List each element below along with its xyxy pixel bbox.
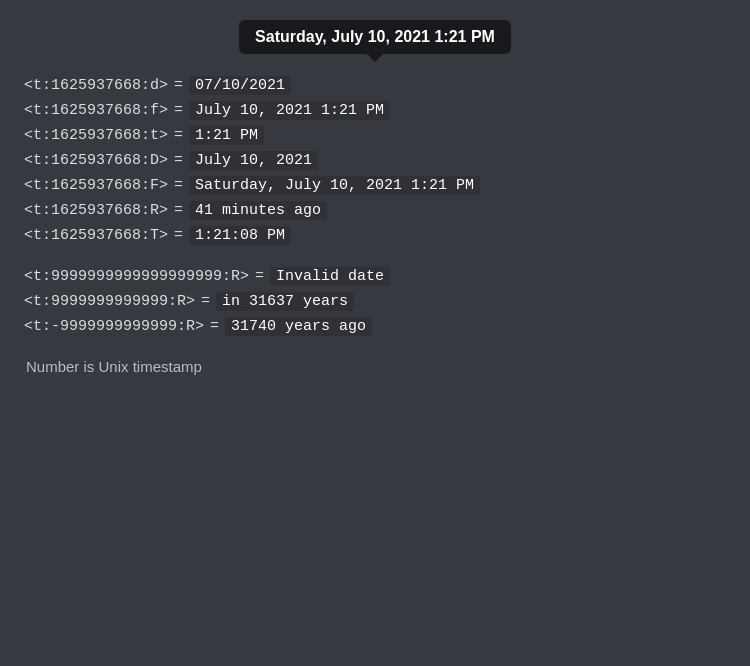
table-row: <t:9999999999999999999:R>=Invalid date [24,265,726,288]
row-key: <t:1625937668:f> [24,102,168,119]
rows-container: <t:1625937668:d>=07/10/2021<t:1625937668… [24,74,726,247]
row-value: July 10, 2021 1:21 PM [189,101,390,120]
tooltip-label: Saturday, July 10, 2021 1:21 PM [255,28,495,45]
table-row: <t:1625937668:T>=1:21:08 PM [24,224,726,247]
table-row: <t:9999999999999:R>=in 31637 years [24,290,726,313]
row-equals: = [174,177,183,194]
row-equals: = [210,318,219,335]
rows-container-2: <t:9999999999999999999:R>=Invalid date<t… [24,265,726,338]
row-key: <t:1625937668:d> [24,77,168,94]
row-key: <t:1625937668:t> [24,127,168,144]
row-value: 41 minutes ago [189,201,327,220]
row-key: <t:1625937668:F> [24,177,168,194]
table-row: <t:1625937668:d>=07/10/2021 [24,74,726,97]
row-key: <t:1625937668:D> [24,152,168,169]
row-equals: = [174,127,183,144]
row-value: 31740 years ago [225,317,372,336]
row-value: Invalid date [270,267,390,286]
row-key: <t:9999999999999:R> [24,293,195,310]
row-equals: = [174,152,183,169]
row-key: <t:1625937668:T> [24,227,168,244]
row-value: 1:21 PM [189,126,264,145]
row-equals: = [201,293,210,310]
row-equals: = [174,102,183,119]
tooltip-arrow [367,54,383,62]
tooltip-container: Saturday, July 10, 2021 1:21 PM [239,20,511,62]
row-value: Saturday, July 10, 2021 1:21 PM [189,176,480,195]
row-equals: = [174,227,183,244]
row-key: <t:-9999999999999:R> [24,318,204,335]
row-value: July 10, 2021 [189,151,318,170]
table-row: <t:1625937668:f>=July 10, 2021 1:21 PM [24,99,726,122]
table-row: <t:-9999999999999:R>=31740 years ago [24,315,726,338]
row-value: 07/10/2021 [189,76,291,95]
row-key: <t:9999999999999999999:R> [24,268,249,285]
table-row: <t:1625937668:R>=41 minutes ago [24,199,726,222]
footer-text: Number is Unix timestamp [24,358,726,375]
row-equals: = [174,202,183,219]
table-row: <t:1625937668:F>=Saturday, July 10, 2021… [24,174,726,197]
table-row: <t:1625937668:t>=1:21 PM [24,124,726,147]
row-equals: = [255,268,264,285]
row-equals: = [174,77,183,94]
row-key: <t:1625937668:R> [24,202,168,219]
row-value: 1:21:08 PM [189,226,291,245]
table-row: <t:1625937668:D>=July 10, 2021 [24,149,726,172]
tooltip-box: Saturday, July 10, 2021 1:21 PM [239,20,511,54]
row-value: in 31637 years [216,292,354,311]
